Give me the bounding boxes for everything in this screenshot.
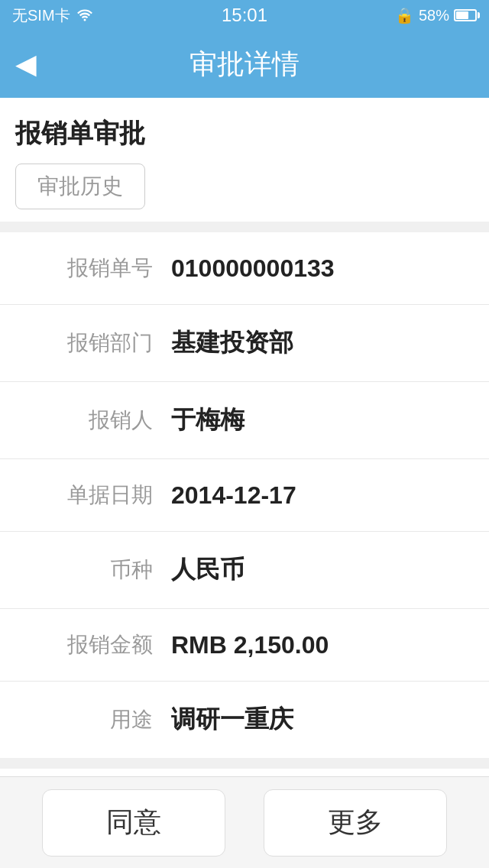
table-row: 报销单号 010000000133 [0, 232, 489, 305]
table-row: 单据日期 2014-12-17 [0, 459, 489, 532]
section-title: 报销单审批 [15, 116, 474, 151]
status-bar: 无SIM卡 15:01 🔒 58% [0, 0, 489, 31]
section-divider [0, 222, 489, 232]
wifi-icon [76, 9, 93, 21]
value-invoice-number: 010000000133 [171, 254, 335, 283]
status-bar-time: 15:01 [222, 5, 267, 26]
value-date: 2014-12-17 [171, 481, 296, 510]
back-button[interactable]: ◀ [15, 48, 37, 80]
label-date: 单据日期 [15, 481, 153, 510]
table-row: 币种 人民币 [0, 532, 489, 609]
table-row: 报销金额 RMB 2,150.00 [0, 609, 489, 682]
battery-icon [454, 9, 477, 21]
value-amount: RMB 2,150.00 [171, 631, 329, 659]
table-row: 报销部门 基建投资部 [0, 305, 489, 382]
sim-text: 无SIM卡 [12, 5, 70, 26]
more-button[interactable]: 更多 [264, 789, 447, 857]
table-row: 报销人 于梅梅 [0, 382, 489, 459]
info-section: 报销单号 010000000133 报销部门 基建投资部 报销人 于梅梅 单据日… [0, 232, 489, 758]
label-amount: 报销金额 [15, 630, 153, 659]
label-applicant: 报销人 [15, 406, 153, 435]
status-bar-left: 无SIM卡 [12, 5, 93, 26]
main-content: 报销单审批 审批历史 报销单号 010000000133 报销部门 基建投资部 … [0, 98, 489, 868]
table-row: 用途 调研一重庆 [0, 682, 489, 758]
nav-title: 审批详情 [189, 46, 300, 83]
value-applicant: 于梅梅 [171, 403, 244, 437]
status-bar-right: 🔒 58% [395, 6, 477, 24]
label-invoice-number: 报销单号 [15, 254, 153, 283]
label-currency: 币种 [15, 555, 153, 585]
lock-icon: 🔒 [395, 6, 414, 24]
history-button[interactable]: 审批历史 [15, 164, 145, 209]
value-currency: 人民币 [171, 553, 244, 587]
section-divider-2 [0, 758, 489, 769]
battery-percent: 58% [419, 7, 449, 24]
value-purpose: 调研一重庆 [171, 703, 293, 737]
back-icon: ◀ [15, 48, 37, 80]
agree-button[interactable]: 同意 [42, 789, 225, 857]
label-department: 报销部门 [15, 329, 153, 358]
label-purpose: 用途 [15, 705, 153, 734]
bottom-bar: 同意 更多 [0, 776, 489, 868]
value-department: 基建投资部 [171, 326, 293, 360]
section-header: 报销单审批 审批历史 [0, 98, 489, 222]
nav-bar: ◀ 审批详情 [0, 31, 489, 98]
